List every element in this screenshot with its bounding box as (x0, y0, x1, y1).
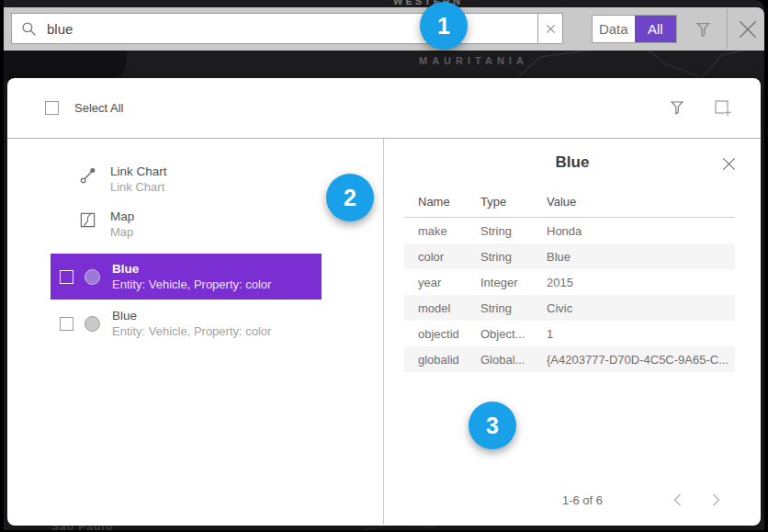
callout-badge-3: 3 (469, 402, 516, 449)
previous-page-button[interactable] (669, 492, 685, 508)
next-page-button[interactable] (707, 492, 724, 508)
column-header: Name (404, 195, 467, 218)
add-to-selection-button[interactable] (713, 98, 733, 119)
search-results-panel: Select All (7, 78, 761, 526)
search-query-text: blue (47, 21, 73, 37)
app-window: WESTERN MAURITANIA São Paulo blue Data A… (0, 0, 768, 532)
item-subtitle: Entity: Vehicle, Property: color (112, 323, 271, 339)
item-title: Map (110, 209, 134, 224)
table-row: objectid Object... 1 (404, 321, 735, 346)
clear-search-button[interactable] (537, 13, 563, 44)
filter-funnel-icon (668, 99, 686, 118)
table-header-row: Name Type Value (404, 195, 735, 218)
close-search-button[interactable] (733, 15, 762, 44)
chevron-right-icon (711, 492, 721, 507)
select-all-label: Select All (74, 101, 123, 115)
close-icon (721, 156, 737, 172)
map-label-mauritania: MAURITANIA (419, 55, 528, 66)
item-subtitle: Map (110, 224, 134, 240)
table-row: model String Civic (404, 295, 735, 321)
scope-option-data[interactable]: Data (593, 16, 635, 42)
item-subtitle: Link Chart (110, 179, 167, 195)
item-title: Blue (112, 308, 271, 323)
toolbar-divider (727, 9, 728, 49)
column-header: Type (467, 195, 533, 218)
search-bar: blue Data All (4, 7, 764, 51)
clear-icon (546, 24, 556, 34)
search-scope-toggle: Data All (592, 15, 677, 43)
chevron-left-icon (672, 492, 683, 507)
map-icon (79, 211, 97, 230)
close-details-button[interactable] (719, 154, 738, 173)
entity-circle-icon (85, 269, 100, 285)
table-row: year Integer 2015 (404, 269, 735, 295)
search-icon (21, 21, 37, 37)
list-item-blue-selected[interactable]: Blue Entity: Vehicle, Property: color (51, 254, 322, 300)
item-title: Blue (112, 261, 271, 277)
item-subtitle: Entity: Vehicle, Property: color (112, 277, 271, 292)
close-icon (736, 17, 760, 41)
callout-badge-1: 1 (420, 2, 468, 50)
scope-option-all[interactable]: All (635, 16, 677, 42)
item-title: Link Chart (110, 164, 167, 179)
link-chart-icon (79, 166, 97, 185)
details-panel: Blue Name Type Value (383, 139, 761, 525)
item-checkbox[interactable] (60, 270, 73, 284)
attributes-table: Name Type Value make String Honda color (404, 195, 735, 372)
panel-header: Select All (7, 78, 761, 138)
table-row: globalid Global... {A4203777-D70D-4C5C-9… (404, 346, 735, 372)
table-row: color String Blue (404, 243, 735, 269)
results-filter-button[interactable] (667, 98, 687, 119)
entity-circle-icon (85, 316, 100, 332)
table-row: make String Honda (404, 218, 735, 244)
search-filter-button[interactable] (690, 17, 716, 42)
list-item-blue[interactable]: Blue Entity: Vehicle, Property: color (51, 300, 322, 346)
add-item-icon (714, 99, 733, 119)
panel-body: Link Chart Link Chart Map Map (7, 139, 761, 525)
list-item-map[interactable]: Map Map (7, 209, 383, 240)
select-all-checkbox[interactable] (45, 101, 59, 115)
filter-funnel-icon (694, 20, 713, 40)
column-header: Value (533, 195, 735, 218)
item-checkbox[interactable] (60, 317, 73, 331)
callout-badge-2: 2 (326, 174, 374, 221)
pagination-label: 1-6 of 6 (562, 493, 603, 507)
details-title: Blue (384, 139, 761, 172)
pagination: 1-6 of 6 (562, 492, 724, 508)
